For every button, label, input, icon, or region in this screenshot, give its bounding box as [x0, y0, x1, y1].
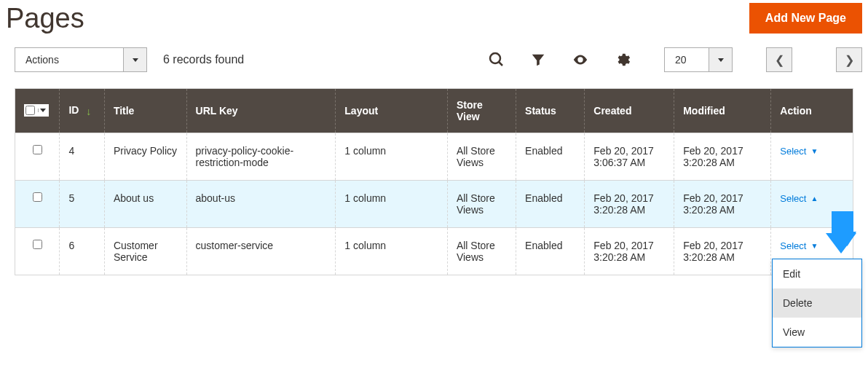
cell-layout: 1 column	[336, 181, 448, 228]
gear-icon[interactable]	[615, 52, 631, 68]
column-header-status[interactable]: Status	[516, 89, 585, 133]
column-header-checkbox[interactable]	[15, 89, 60, 133]
svg-point-2	[579, 58, 582, 61]
actions-dropdown-label: Actions	[15, 47, 124, 72]
chevron-left-icon: ❮	[775, 53, 784, 67]
table-row[interactable]: 4Privacy Policyprivacy-policy-cookie-res…	[15, 133, 853, 181]
column-header-label: ID	[68, 104, 79, 116]
column-header-store-view[interactable]: Store View	[447, 89, 516, 133]
cell-layout: 1 column	[336, 228, 448, 275]
eye-icon[interactable]	[571, 52, 590, 68]
select-all-checkbox[interactable]	[25, 106, 35, 115]
dropdown-item-view[interactable]: View	[773, 318, 861, 347]
cell-url-key: about-us	[186, 181, 336, 228]
cell-store-view: All Store Views	[447, 181, 516, 228]
cell-modified: Feb 20, 2017 3:20:28 AM	[674, 133, 771, 181]
svg-line-1	[499, 62, 502, 66]
page-size-value: 20	[664, 47, 709, 72]
cell-modified: Feb 20, 2017 3:20:28 AM	[674, 228, 771, 275]
cell-created: Feb 20, 2017 3:20:28 AM	[585, 181, 674, 228]
column-header-modified[interactable]: Modified	[674, 89, 771, 133]
cell-title: Customer Service	[104, 228, 186, 275]
cursor-pointer-icon	[826, 211, 856, 256]
cell-store-view: All Store Views	[447, 228, 516, 275]
table-row[interactable]: 6Customer Servicecustomer-service1 colum…	[15, 228, 853, 275]
dropdown-item-delete[interactable]: Delete	[773, 288, 861, 318]
search-icon[interactable]	[488, 51, 505, 68]
pages-grid: ID ↓ Title URL Key Layout Store View Sta…	[15, 88, 853, 275]
chevron-down-icon	[124, 47, 147, 72]
chevron-right-icon: ❯	[845, 53, 854, 67]
caret-icon: ▼	[810, 242, 818, 250]
cell-id: 5	[60, 181, 104, 228]
cell-status: Enabled	[516, 133, 585, 181]
actions-dropdown[interactable]: Actions	[15, 47, 147, 72]
cell-modified: Feb 20, 2017 3:20:28 AM	[674, 181, 771, 228]
cell-created: Feb 20, 2017 3:20:28 AM	[585, 228, 674, 275]
caret-icon: ▲	[810, 194, 818, 203]
chevron-down-icon	[709, 47, 733, 72]
row-select-link[interactable]: Select ▼	[780, 146, 818, 157]
cell-created: Feb 20, 2017 3:06:37 AM	[585, 133, 674, 181]
cell-url-key: customer-service	[186, 228, 336, 275]
column-header-title[interactable]: Title	[104, 89, 186, 133]
caret-icon: ▼	[810, 147, 818, 155]
row-checkbox[interactable]	[33, 145, 42, 154]
row-select-link[interactable]: Select ▲	[780, 193, 818, 204]
column-header-action[interactable]: Action	[771, 89, 853, 133]
cell-status: Enabled	[516, 181, 585, 228]
column-header-created[interactable]: Created	[585, 89, 674, 133]
row-checkbox[interactable]	[33, 192, 42, 202]
row-select-link[interactable]: Select ▼	[780, 240, 818, 251]
filter-icon[interactable]	[530, 52, 546, 68]
row-checkbox[interactable]	[33, 240, 42, 249]
chevron-down-icon[interactable]	[38, 109, 47, 112]
cell-layout: 1 column	[336, 133, 448, 181]
cell-title: About us	[104, 181, 186, 228]
prev-page-button[interactable]: ❮	[766, 47, 792, 72]
cell-action: Select ▼	[771, 133, 853, 181]
svg-point-0	[490, 53, 500, 63]
row-action-dropdown: Edit Delete View	[772, 259, 862, 347]
dropdown-item-edit[interactable]: Edit	[773, 259, 861, 288]
cell-url-key: privacy-policy-cookie-restriction-mode	[186, 133, 336, 181]
page-title: Pages	[6, 3, 84, 34]
page-size-select[interactable]: 20	[664, 47, 733, 72]
column-header-layout[interactable]: Layout	[336, 89, 448, 133]
cell-id: 4	[60, 133, 104, 181]
cell-id: 6	[60, 228, 104, 275]
table-row[interactable]: 5About usabout-us1 columnAll Store Views…	[15, 181, 853, 228]
sort-descending-icon: ↓	[86, 106, 91, 117]
cell-store-view: All Store Views	[447, 133, 516, 181]
next-page-button[interactable]: ❯	[836, 47, 862, 72]
add-new-page-button[interactable]: Add New Page	[749, 3, 862, 34]
cell-title: Privacy Policy	[104, 133, 186, 181]
records-found-text: 6 records found	[163, 53, 244, 66]
cell-status: Enabled	[516, 228, 585, 275]
column-header-id[interactable]: ID ↓	[60, 89, 104, 133]
column-header-url-key[interactable]: URL Key	[186, 89, 336, 133]
